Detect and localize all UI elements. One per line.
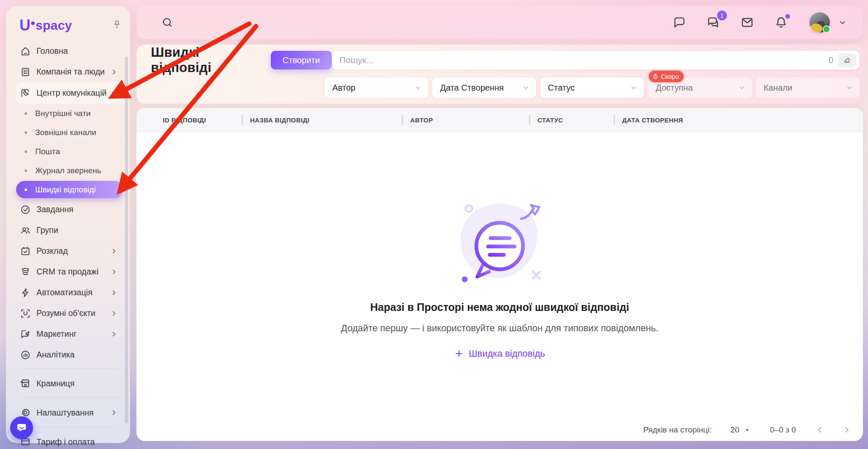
filter-label: Доступна <box>656 83 693 93</box>
sidebar-item-billing[interactable]: Тариф і оплата <box>16 431 123 449</box>
smart-icon <box>20 308 31 319</box>
pagination-range: 0–0 з 0 <box>770 425 796 435</box>
add-quick-reply-label: Швидка відповідь <box>469 348 545 359</box>
chevron-down-icon <box>737 83 746 92</box>
filter-channels[interactable]: Канали <box>756 78 860 98</box>
sidebar-header: U•spacy <box>6 6 130 41</box>
pagination-controls <box>815 425 852 435</box>
sidebar-item-quick-replies[interactable]: Швидкі відповіді <box>16 181 123 198</box>
home-icon <box>20 46 31 57</box>
sidebar-item-comms-center[interactable]: Центр комунікацій <box>16 82 123 104</box>
table-header-row: ID ВІДПОВІДІНАЗВА ВІДПОВІДІАВТОРСТАТУСДА… <box>136 108 863 132</box>
support-chat-button[interactable] <box>10 416 33 439</box>
sidebar-item-requests-log[interactable]: Журнал звернень <box>16 161 123 180</box>
previous-page-button[interactable] <box>815 425 825 435</box>
chevron-down-icon <box>522 83 530 92</box>
sidebar-item-analytics[interactable]: Аналітика <box>16 344 123 365</box>
sidebar-item-label: Автоматизація <box>36 288 92 297</box>
soon-badge: Скоро <box>649 71 684 82</box>
search-field: 0 <box>332 51 860 69</box>
sidebar-item-label: Швидкі відповіді <box>35 185 96 194</box>
shop-icon <box>20 378 31 389</box>
filter-created-date[interactable]: Дата Створення <box>432 78 536 98</box>
bullet-icon <box>25 169 27 172</box>
chevron-right-icon <box>110 268 118 276</box>
sidebar-item-label: Внутрішні чати <box>35 109 91 118</box>
filter-label: Статус <box>548 83 575 93</box>
groups-icon <box>20 225 31 236</box>
sidebar-item-label: Пошта <box>35 147 60 156</box>
sidebar-item-marketing[interactable]: Маркетинг <box>16 324 123 344</box>
sidebar-item-schedule[interactable]: Розклад <box>16 241 123 261</box>
chat-bubble-icon <box>15 421 28 434</box>
sidebar-item-internal-chats[interactable]: Внутрішні чати <box>16 104 123 123</box>
crm-icon <box>20 266 31 277</box>
filters-row: Автор Дата Створення Статус Скоро Доступ… <box>325 78 860 98</box>
avatar[interactable] <box>810 12 830 33</box>
chevron-down-icon <box>414 83 422 92</box>
filter-status[interactable]: Статус <box>540 78 644 98</box>
sidebar-item-automation[interactable]: Автоматизація <box>16 282 123 303</box>
sidebar-item-home[interactable]: Головна <box>16 41 123 61</box>
marketing-icon <box>20 329 31 340</box>
column-header[interactable]: ДАТА СТВОРЕННЯ <box>614 108 863 132</box>
bullet-icon <box>25 188 27 191</box>
sidebar-item-label: Журнал звернень <box>35 166 101 175</box>
sidebar-item-shop[interactable]: Крамниця <box>16 372 123 394</box>
chevron-down-icon <box>629 83 638 92</box>
sidebar-item-crm-sales[interactable]: CRM та продажі <box>16 261 123 282</box>
analytics-icon <box>20 349 31 360</box>
sidebar-scrollbar[interactable] <box>125 57 128 423</box>
company-icon <box>20 67 31 78</box>
sidebar-item-smart-objects[interactable]: Розумні об'єкти <box>16 303 123 324</box>
sidebar-item-label: Аналітика <box>36 350 75 360</box>
topbar: 1 <box>136 6 863 39</box>
sidebar-item-company-people[interactable]: Компанія та люди <box>16 61 123 82</box>
filter-author[interactable]: Автор <box>325 78 428 98</box>
logo-letter: U <box>19 17 31 34</box>
bullet-icon <box>25 112 27 115</box>
caret-down-icon <box>743 426 751 434</box>
column-header[interactable]: СТАТУС <box>529 108 614 132</box>
filter-label: Дата Створення <box>440 83 504 93</box>
column-header[interactable]: АВТОР <box>402 108 529 132</box>
title-row: Швидкі відповіді Створити 0 <box>151 50 860 70</box>
search-input[interactable] <box>339 55 823 65</box>
soon-badge-label: Скоро <box>661 73 679 80</box>
messages-badge: 1 <box>717 11 727 20</box>
filter-available[interactable]: Скоро Доступна <box>648 78 751 98</box>
sidebar-item-label: Зовнішні канали <box>35 128 96 137</box>
chat-icon[interactable] <box>672 15 687 30</box>
sidebar-item-groups[interactable]: Групи <box>16 220 123 241</box>
sidebar-item-mail[interactable]: Пошта <box>16 142 123 161</box>
clear-search-button[interactable] <box>838 53 856 67</box>
mail-icon[interactable] <box>740 15 754 30</box>
pin-icon[interactable] <box>111 19 122 32</box>
bullet-icon <box>25 131 27 134</box>
empty-illustration <box>454 197 545 288</box>
automation-icon <box>20 287 31 298</box>
next-page-button[interactable] <box>842 425 852 435</box>
sidebar-item-label: Завдання <box>36 205 73 214</box>
bell-icon[interactable] <box>774 15 788 30</box>
table-footer: Рядків на сторінці: 20 0–0 з 0 <box>643 425 852 435</box>
create-button[interactable]: Створити <box>271 51 332 69</box>
column-header[interactable]: НАЗВА ВІДПОВІДІ <box>242 108 402 132</box>
sidebar-item-external-channels[interactable]: Зовнішні канали <box>16 123 123 142</box>
group-chats-icon[interactable]: 1 <box>706 15 721 30</box>
rows-per-page-select[interactable]: 20 <box>730 425 751 435</box>
sidebar-divider <box>22 427 117 427</box>
uspacy-logo[interactable]: U•spacy <box>19 17 72 34</box>
tasks-icon <box>20 204 31 215</box>
sidebar-item-settings[interactable]: Налаштування <box>16 402 123 424</box>
search-icon[interactable] <box>161 16 174 29</box>
sidebar-nav: Головна Компанія та люди Центр комунікац… <box>6 41 130 449</box>
chevron-down-icon[interactable] <box>837 17 848 28</box>
column-header[interactable]: ID ВІДПОВІДІ <box>136 108 242 132</box>
add-quick-reply-link[interactable]: Швидка відповідь <box>454 348 545 359</box>
logo-text: spacy <box>36 18 72 33</box>
chevron-down-icon <box>845 83 854 92</box>
sidebar-item-tasks[interactable]: Завдання <box>16 199 123 220</box>
filter-label: Автор <box>332 83 356 93</box>
filter-label: Канали <box>764 83 793 93</box>
